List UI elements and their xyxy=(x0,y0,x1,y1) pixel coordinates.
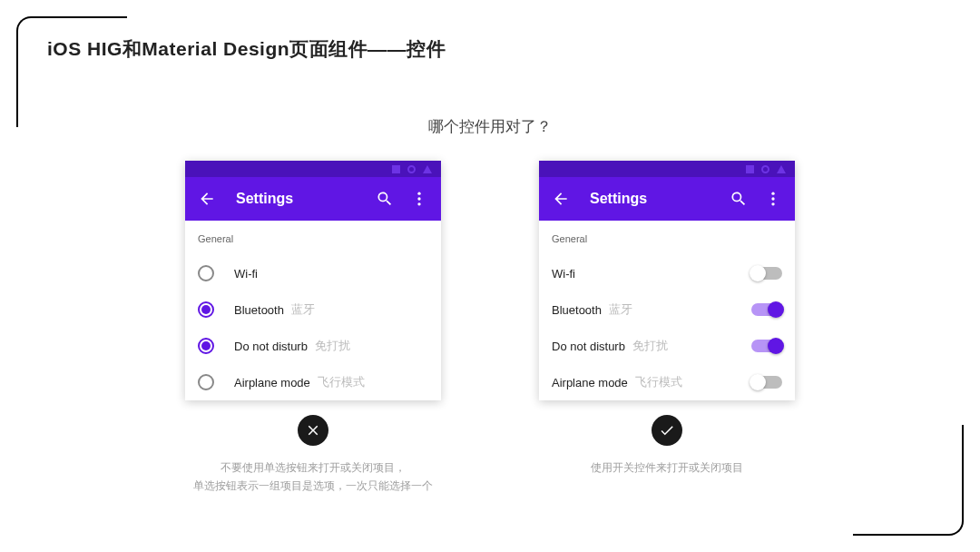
wrong-caption: 不要使用单选按钮来打开或关闭项目， 单选按钮表示一组项目是选项，一次只能选择一个 xyxy=(193,458,433,496)
overflow-icon[interactable] xyxy=(410,190,428,208)
status-icon xyxy=(423,165,432,173)
radio-button[interactable] xyxy=(198,374,214,390)
radio-button[interactable] xyxy=(198,301,214,318)
item-label: Do not disturb xyxy=(234,340,308,353)
svg-point-2 xyxy=(417,202,420,205)
switch-toggle[interactable] xyxy=(751,267,782,280)
item-annotation: 蓝牙 xyxy=(291,301,315,318)
app-bar-title: Settings xyxy=(236,191,376,207)
svg-point-4 xyxy=(771,197,774,200)
item-label: Airplane mode xyxy=(552,376,628,389)
correct-caption: 使用开关控件来打开或关闭项目 xyxy=(591,458,743,477)
switch-toggle[interactable] xyxy=(751,303,782,316)
section-header: General xyxy=(185,221,441,255)
item-annotation: 免打扰 xyxy=(632,338,668,354)
status-icon xyxy=(407,165,416,173)
item-annotation: 飞行模式 xyxy=(318,374,365,390)
item-label: Wi-fi xyxy=(552,267,575,281)
section-header: General xyxy=(539,221,795,255)
list-item[interactable]: Bluetooth 蓝牙 xyxy=(539,291,795,328)
item-annotation: 飞行模式 xyxy=(635,374,682,390)
item-label: Bluetooth xyxy=(234,303,284,317)
list-item[interactable]: Do not disturb 免打扰 xyxy=(539,328,795,364)
svg-point-3 xyxy=(771,192,774,195)
phone-mock-right: Settings General Wi-fi xyxy=(539,161,795,400)
search-icon[interactable] xyxy=(730,190,748,208)
example-wrong: Settings General Wi-fi xyxy=(185,161,441,496)
app-bar-title: Settings xyxy=(590,191,730,207)
wrong-badge xyxy=(298,415,328,446)
android-status-bar xyxy=(185,161,441,177)
android-status-bar xyxy=(539,161,795,177)
example-row: Settings General Wi-fi xyxy=(47,161,933,496)
item-annotation: 蓝牙 xyxy=(609,301,632,318)
status-icon xyxy=(392,165,400,173)
list-item[interactable]: Wi-fi xyxy=(185,255,441,291)
check-icon xyxy=(659,422,675,439)
question-text: 哪个控件用对了？ xyxy=(47,116,933,137)
list-item[interactable]: Airplane mode 飞行模式 xyxy=(539,364,795,400)
slide: iOS HIG和Material Design页面组件——控件 哪个控件用对了？… xyxy=(0,0,980,532)
correct-badge xyxy=(652,415,682,446)
svg-point-0 xyxy=(417,192,420,195)
app-bar: Settings xyxy=(539,177,795,221)
settings-list: Wi-fi Bluetooth 蓝牙 Do not disturb 免打扰 xyxy=(185,255,441,400)
list-item[interactable]: Wi-fi xyxy=(539,255,795,291)
back-icon[interactable] xyxy=(198,190,216,208)
settings-list: Wi-fi Bluetooth 蓝牙 Do not disturb 免打扰 xyxy=(539,255,795,400)
list-item[interactable]: Bluetooth 蓝牙 xyxy=(185,291,441,328)
status-icon xyxy=(746,165,754,173)
status-icon xyxy=(761,165,769,173)
list-item[interactable]: Airplane mode 飞行模式 xyxy=(185,364,441,400)
item-label: Wi-fi xyxy=(234,267,258,281)
item-label: Do not disturb xyxy=(552,340,625,353)
back-icon[interactable] xyxy=(552,190,570,208)
item-label: Airplane mode xyxy=(234,376,310,389)
list-item[interactable]: Do not disturb 免打扰 xyxy=(185,328,441,364)
item-label: Bluetooth xyxy=(552,303,602,317)
radio-button[interactable] xyxy=(198,265,214,281)
app-bar: Settings xyxy=(185,177,441,221)
example-correct: Settings General Wi-fi xyxy=(539,161,795,496)
cross-icon xyxy=(305,422,321,439)
overflow-icon[interactable] xyxy=(764,190,782,208)
page-title: iOS HIG和Material Design页面组件——控件 xyxy=(47,36,933,62)
switch-toggle[interactable] xyxy=(751,376,782,389)
search-icon[interactable] xyxy=(376,190,394,208)
switch-toggle[interactable] xyxy=(751,340,782,352)
status-icon xyxy=(777,165,786,173)
item-annotation: 免打扰 xyxy=(315,338,350,354)
phone-mock-left: Settings General Wi-fi xyxy=(185,161,441,400)
svg-point-5 xyxy=(771,202,774,205)
svg-point-1 xyxy=(417,197,420,200)
radio-button[interactable] xyxy=(198,338,214,354)
